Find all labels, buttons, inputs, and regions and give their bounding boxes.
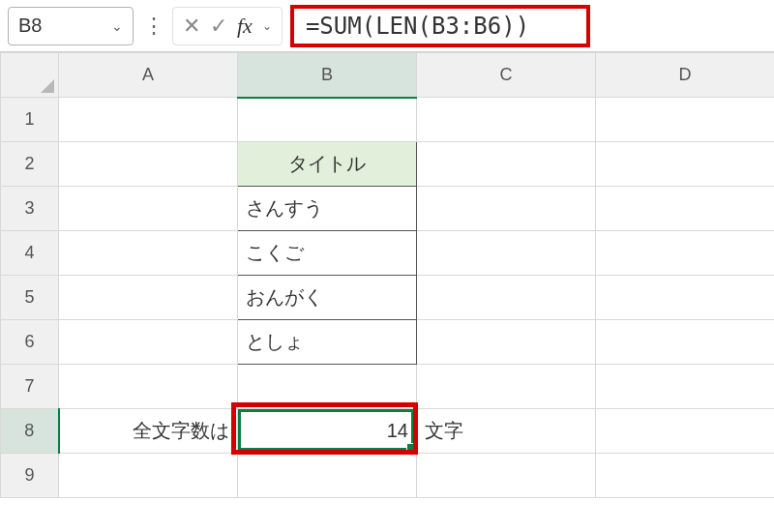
- cell-D1[interactable]: [596, 98, 775, 142]
- row-header-2[interactable]: 2: [1, 142, 59, 187]
- col-header-D[interactable]: D: [596, 53, 775, 98]
- vertical-dots-icon[interactable]: ⋮: [141, 14, 164, 39]
- cell-B3[interactable]: さんすう: [238, 187, 417, 231]
- spreadsheet-grid[interactable]: A B C D 1 2 タイトル 3 さんすう 4 こくご 5 おんがく: [0, 52, 774, 498]
- row-header-5[interactable]: 5: [1, 276, 59, 320]
- col-header-C[interactable]: C: [417, 53, 596, 98]
- cell-D9[interactable]: [596, 454, 775, 498]
- row-5: 5 おんがく: [1, 276, 775, 320]
- select-all-corner[interactable]: [1, 53, 59, 98]
- row-7: 7: [1, 365, 775, 409]
- cell-A4[interactable]: [59, 231, 238, 276]
- cancel-icon[interactable]: ✕: [183, 15, 200, 37]
- row-header-1[interactable]: 1: [1, 98, 59, 142]
- cell-B6[interactable]: としょ: [238, 320, 417, 365]
- cell-A1[interactable]: [59, 98, 238, 142]
- row-1: 1: [1, 98, 775, 142]
- cell-A5[interactable]: [59, 276, 238, 320]
- cell-B9[interactable]: [238, 454, 417, 498]
- formula-input[interactable]: =SUM(LEN(B3:B6)): [290, 5, 590, 47]
- formula-bar: B8 ⌄ ⋮ ✕ ✓ fx ⌄ =SUM(LEN(B3:B6)): [0, 0, 774, 52]
- row-2: 2 タイトル: [1, 142, 775, 187]
- col-header-B[interactable]: B: [238, 53, 417, 98]
- cell-D7[interactable]: [596, 365, 775, 409]
- cell-A8[interactable]: 全文字数は: [59, 409, 238, 454]
- cell-C3[interactable]: [417, 187, 596, 231]
- cell-D3[interactable]: [596, 187, 775, 231]
- cell-A6[interactable]: [59, 320, 238, 365]
- cell-C8[interactable]: 文字: [417, 409, 596, 454]
- row-header-6[interactable]: 6: [1, 320, 59, 365]
- cell-C4[interactable]: [417, 231, 596, 276]
- fx-icon[interactable]: fx: [237, 14, 253, 39]
- cell-C2[interactable]: [417, 142, 596, 187]
- row-header-3[interactable]: 3: [1, 187, 59, 231]
- cell-C5[interactable]: [417, 276, 596, 320]
- row-header-9[interactable]: 9: [1, 454, 59, 498]
- formula-buttons: ✕ ✓ fx ⌄: [172, 7, 283, 45]
- cell-C7[interactable]: [417, 365, 596, 409]
- cell-B5[interactable]: おんがく: [238, 276, 417, 320]
- cell-A9[interactable]: [59, 454, 238, 498]
- column-header-row: A B C D: [1, 53, 775, 98]
- cell-D4[interactable]: [596, 231, 775, 276]
- row-9: 9: [1, 454, 775, 498]
- cell-D5[interactable]: [596, 276, 775, 320]
- formula-text: =SUM(LEN(B3:B6)): [306, 13, 529, 40]
- name-box[interactable]: B8 ⌄: [8, 7, 134, 45]
- cell-B1[interactable]: [238, 98, 417, 142]
- cell-A7[interactable]: [59, 365, 238, 409]
- cell-D6[interactable]: [596, 320, 775, 365]
- cell-C6[interactable]: [417, 320, 596, 365]
- cell-C1[interactable]: [417, 98, 596, 142]
- chevron-down-icon[interactable]: ⌄: [262, 19, 272, 33]
- cell-B2[interactable]: タイトル: [238, 142, 417, 187]
- row-header-7[interactable]: 7: [1, 365, 59, 409]
- row-3: 3 さんすう: [1, 187, 775, 231]
- cell-C9[interactable]: [417, 454, 596, 498]
- name-box-value: B8: [18, 15, 42, 37]
- row-4: 4 こくご: [1, 231, 775, 276]
- chevron-down-icon[interactable]: ⌄: [111, 18, 123, 34]
- cell-D2[interactable]: [596, 142, 775, 187]
- cell-B4[interactable]: こくご: [238, 231, 417, 276]
- cell-D8[interactable]: [596, 409, 775, 454]
- row-6: 6 としょ: [1, 320, 775, 365]
- col-header-A[interactable]: A: [59, 53, 238, 98]
- cell-A3[interactable]: [59, 187, 238, 231]
- confirm-icon[interactable]: ✓: [210, 15, 227, 37]
- cell-B7[interactable]: [238, 365, 417, 409]
- cell-B8[interactable]: 14: [238, 409, 417, 454]
- row-8: 8 全文字数は 14 文字: [1, 409, 775, 454]
- cell-A2[interactable]: [59, 142, 238, 187]
- row-header-8[interactable]: 8: [1, 409, 59, 454]
- row-header-4[interactable]: 4: [1, 231, 59, 276]
